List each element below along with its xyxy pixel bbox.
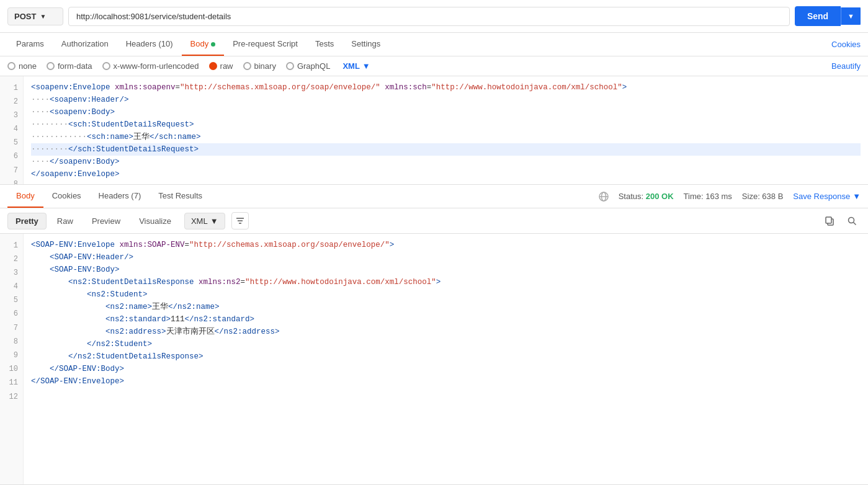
response-xml-chevron-icon: ▼ xyxy=(210,216,218,226)
request-line-4: ········<sch:StudentDetailsRequest> xyxy=(31,118,861,131)
format-preview[interactable]: Preview xyxy=(84,213,128,229)
url-bar: POST ▼ Send ▼ xyxy=(0,0,868,33)
request-line-1: <soapenv:Envelope xmlns:soapenv="http://… xyxy=(31,81,861,94)
radio-binary-circle xyxy=(243,62,251,70)
request-code-content[interactable]: <soapenv:Envelope xmlns:soapenv="http://… xyxy=(24,76,868,185)
radio-form-data[interactable]: form-data xyxy=(47,61,92,71)
xml-format-select[interactable]: XML ▼ xyxy=(342,61,370,71)
request-tab-bar: Params Authorization Headers (10) Body P… xyxy=(0,33,868,56)
request-line-3: ····<soapenv:Body> xyxy=(31,106,861,118)
radio-none[interactable]: none xyxy=(7,61,37,71)
response-line-2: <SOAP-ENV:Header/> xyxy=(31,251,861,264)
response-code-editor[interactable]: 123456789101112 <SOAP-ENV:Envelope xmlns… xyxy=(0,234,868,485)
body-active-dot xyxy=(211,42,215,47)
request-line-numbers: 12345678 xyxy=(0,76,24,185)
send-chevron-button[interactable]: ▼ xyxy=(841,7,861,25)
response-tab-body[interactable]: Body xyxy=(7,185,43,208)
radio-graphql[interactable]: GraphQL xyxy=(286,61,330,71)
request-code-editor[interactable]: 12345678 <soapenv:Envelope xmlns:soapenv… xyxy=(0,76,868,185)
radio-urlencoded-circle xyxy=(102,62,110,70)
format-raw[interactable]: Raw xyxy=(49,213,81,229)
request-line-7: ····</soapenv:Body> xyxy=(31,156,861,168)
send-button-group: Send ▼ xyxy=(795,6,861,26)
size-label: Size: 638 B xyxy=(742,192,784,201)
response-format-bar: Pretty Raw Preview Visualize XML ▼ xyxy=(0,208,868,234)
radio-graphql-circle xyxy=(286,62,294,70)
tab-params[interactable]: Params xyxy=(7,33,53,56)
copy-icon[interactable] xyxy=(821,212,838,229)
url-input[interactable] xyxy=(68,7,790,26)
status-label: Status: 200 OK xyxy=(619,192,674,201)
svg-line-9 xyxy=(853,222,856,225)
request-line-5: ············<sch:name>王华</sch:name> xyxy=(31,131,861,143)
svg-rect-7 xyxy=(826,217,831,223)
tab-body[interactable]: Body xyxy=(182,33,225,56)
response-line-6: <ns2:name>王华</ns2:name> xyxy=(31,301,861,313)
beautify-button[interactable]: Beautify xyxy=(831,61,861,71)
response-line-4: <ns2:StudentDetailsResponse xmlns:ns2="h… xyxy=(31,276,861,288)
body-type-bar: none form-data x-www-form-urlencoded raw… xyxy=(0,56,868,76)
method-label: POST xyxy=(14,12,36,21)
tab-tests[interactable]: Tests xyxy=(306,33,342,56)
method-dropdown[interactable]: POST ▼ xyxy=(7,7,63,25)
method-chevron-icon: ▼ xyxy=(40,13,46,20)
tab-settings[interactable]: Settings xyxy=(342,33,389,56)
format-pretty[interactable]: Pretty xyxy=(7,213,47,229)
response-xml-select[interactable]: XML ▼ xyxy=(184,213,225,229)
response-line-8: <ns2:address>天津市南开区</ns2:address> xyxy=(31,326,861,338)
response-right-icons xyxy=(821,212,861,229)
send-button[interactable]: Send xyxy=(795,6,841,26)
tab-authorization[interactable]: Authorization xyxy=(53,33,117,56)
status-code: 200 OK xyxy=(646,192,674,201)
response-line-3: <SOAP-ENV:Body> xyxy=(31,264,861,276)
xml-chevron-icon: ▼ xyxy=(362,61,370,71)
response-line-9: </ns2:Student> xyxy=(31,338,861,350)
request-line-2: ····<soapenv:Header/> xyxy=(31,94,861,106)
tab-pre-request-script[interactable]: Pre-request Script xyxy=(224,33,306,56)
cookies-link[interactable]: Cookies xyxy=(831,33,861,55)
search-icon[interactable] xyxy=(843,212,861,229)
radio-raw[interactable]: raw xyxy=(209,61,233,71)
response-line-12: </SOAP-ENV:Envelope> xyxy=(31,375,861,388)
filter-icon[interactable] xyxy=(231,212,249,229)
svg-point-8 xyxy=(848,217,854,223)
radio-form-data-circle xyxy=(47,62,55,70)
response-section: Body Cookies Headers (7) Test Results St… xyxy=(0,185,868,485)
response-line-11: </SOAP-ENV:Body> xyxy=(31,363,861,375)
response-tab-bar: Body Cookies Headers (7) Test Results St… xyxy=(0,185,868,208)
request-line-8: </soapenv:Envelope> xyxy=(31,168,861,180)
radio-binary[interactable]: binary xyxy=(243,61,276,71)
response-line-5: <ns2:Student> xyxy=(31,288,861,301)
response-code-content: <SOAP-ENV:Envelope xmlns:SOAP-ENV="http:… xyxy=(24,234,868,484)
format-visualize[interactable]: Visualize xyxy=(131,213,179,229)
response-tab-headers[interactable]: Headers (7) xyxy=(90,185,150,208)
response-line-7: <ns2:standard>111</ns2:standard> xyxy=(31,313,861,326)
save-response-button[interactable]: Save Response ▼ xyxy=(793,192,861,201)
response-line-numbers: 123456789101112 xyxy=(0,234,24,484)
response-status-area: Status: 200 OK Time: 163 ms Size: 638 B … xyxy=(594,191,861,202)
response-line-1: <SOAP-ENV:Envelope xmlns:SOAP-ENV="http:… xyxy=(31,239,861,251)
save-response-chevron-icon: ▼ xyxy=(852,192,861,201)
globe-icon xyxy=(599,191,609,202)
request-line-6: ········</sch:StudentDetailsRequest> xyxy=(31,143,861,156)
response-tab-cookies[interactable]: Cookies xyxy=(43,185,90,208)
radio-none-circle xyxy=(7,62,16,70)
response-line-10: </ns2:StudentDetailsResponse> xyxy=(31,350,861,363)
tab-headers[interactable]: Headers (10) xyxy=(117,33,182,56)
radio-raw-circle xyxy=(209,62,217,70)
time-label: Time: 163 ms xyxy=(684,192,732,201)
response-tab-test-results[interactable]: Test Results xyxy=(150,185,211,208)
radio-urlencoded[interactable]: x-www-form-urlencoded xyxy=(102,61,199,71)
